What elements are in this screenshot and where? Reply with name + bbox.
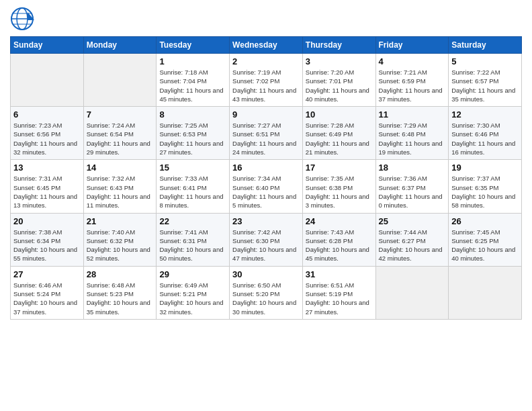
day-of-week-header: Wednesday: [230, 37, 303, 54]
calendar-table: SundayMondayTuesdayWednesdayThursdayFrid…: [10, 36, 522, 320]
calendar-day-cell: 9Sunrise: 7:27 AM Sunset: 6:51 PM Daylig…: [230, 107, 303, 160]
day-info: Sunrise: 6:46 AM Sunset: 5:24 PM Dayligh…: [13, 281, 81, 316]
calendar-week-row: 6Sunrise: 7:23 AM Sunset: 6:56 PM Daylig…: [11, 107, 522, 160]
day-number: 30: [232, 269, 300, 279]
day-of-week-header: Saturday: [449, 37, 522, 54]
day-number: 14: [87, 163, 154, 173]
calendar-day-cell: 18Sunrise: 7:36 AM Sunset: 6:37 PM Dayli…: [375, 160, 449, 213]
calendar-day-cell: 25Sunrise: 7:44 AM Sunset: 6:27 PM Dayli…: [375, 213, 449, 266]
day-info: Sunrise: 7:31 AM Sunset: 6:45 PM Dayligh…: [13, 174, 81, 210]
calendar-day-cell: [11, 54, 84, 107]
calendar-day-cell: 3Sunrise: 7:20 AM Sunset: 7:01 PM Daylig…: [302, 54, 375, 107]
calendar-day-cell: 5Sunrise: 7:22 AM Sunset: 6:57 PM Daylig…: [449, 54, 522, 107]
calendar-header-row: SundayMondayTuesdayWednesdayThursdayFrid…: [11, 37, 522, 54]
day-number: 17: [306, 163, 373, 173]
day-info: Sunrise: 7:24 AM Sunset: 6:54 PM Dayligh…: [87, 121, 154, 156]
day-info: Sunrise: 7:38 AM Sunset: 6:34 PM Dayligh…: [13, 228, 81, 263]
day-info: Sunrise: 7:19 AM Sunset: 7:02 PM Dayligh…: [232, 68, 300, 103]
calendar-day-cell: 27Sunrise: 6:46 AM Sunset: 5:24 PM Dayli…: [11, 266, 84, 319]
page: SundayMondayTuesdayWednesdayThursdayFrid…: [0, 0, 532, 411]
day-number: 2: [232, 56, 300, 66]
day-number: 25: [379, 216, 446, 226]
header: [10, 7, 522, 31]
day-number: 28: [87, 269, 154, 279]
calendar-day-cell: 6Sunrise: 7:23 AM Sunset: 6:56 PM Daylig…: [11, 107, 84, 160]
day-number: 23: [232, 216, 300, 226]
day-info: Sunrise: 7:43 AM Sunset: 6:28 PM Dayligh…: [306, 228, 373, 263]
day-number: 22: [159, 216, 226, 226]
day-of-week-header: Friday: [375, 37, 449, 54]
calendar-day-cell: [83, 54, 157, 107]
day-info: Sunrise: 7:32 AM Sunset: 6:43 PM Dayligh…: [87, 174, 154, 210]
calendar-day-cell: 8Sunrise: 7:25 AM Sunset: 6:53 PM Daylig…: [157, 107, 230, 160]
calendar-day-cell: 22Sunrise: 7:41 AM Sunset: 6:31 PM Dayli…: [157, 213, 230, 266]
day-number: 12: [451, 109, 519, 120]
calendar-week-row: 20Sunrise: 7:38 AM Sunset: 6:34 PM Dayli…: [11, 213, 522, 266]
calendar-day-cell: 31Sunrise: 6:51 AM Sunset: 5:19 PM Dayli…: [302, 266, 375, 319]
day-info: Sunrise: 7:35 AM Sunset: 6:38 PM Dayligh…: [306, 174, 373, 210]
day-info: Sunrise: 7:30 AM Sunset: 6:46 PM Dayligh…: [451, 121, 519, 156]
calendar-day-cell: 21Sunrise: 7:40 AM Sunset: 6:32 PM Dayli…: [83, 213, 157, 266]
day-info: Sunrise: 6:48 AM Sunset: 5:23 PM Dayligh…: [87, 281, 154, 316]
day-info: Sunrise: 7:42 AM Sunset: 6:30 PM Dayligh…: [232, 228, 300, 263]
calendar-day-cell: [375, 266, 449, 319]
day-info: Sunrise: 7:36 AM Sunset: 6:37 PM Dayligh…: [379, 174, 446, 210]
day-number: 15: [159, 163, 226, 173]
calendar-day-cell: 20Sunrise: 7:38 AM Sunset: 6:34 PM Dayli…: [11, 213, 84, 266]
day-number: 31: [306, 269, 373, 279]
day-of-week-header: Sunday: [11, 37, 84, 54]
day-number: 18: [379, 163, 446, 173]
calendar-week-row: 1Sunrise: 7:18 AM Sunset: 7:04 PM Daylig…: [11, 54, 522, 107]
day-number: 10: [306, 109, 373, 120]
day-info: Sunrise: 6:49 AM Sunset: 5:21 PM Dayligh…: [159, 281, 226, 316]
calendar-day-cell: 12Sunrise: 7:30 AM Sunset: 6:46 PM Dayli…: [449, 107, 522, 160]
day-info: Sunrise: 7:45 AM Sunset: 6:25 PM Dayligh…: [451, 228, 519, 263]
day-number: 16: [232, 163, 300, 173]
day-number: 3: [306, 56, 373, 66]
calendar-day-cell: 15Sunrise: 7:33 AM Sunset: 6:41 PM Dayli…: [157, 160, 230, 213]
calendar-day-cell: 17Sunrise: 7:35 AM Sunset: 6:38 PM Dayli…: [302, 160, 375, 213]
day-info: Sunrise: 7:37 AM Sunset: 6:35 PM Dayligh…: [451, 174, 519, 210]
calendar-day-cell: 4Sunrise: 7:21 AM Sunset: 6:59 PM Daylig…: [375, 54, 449, 107]
calendar-day-cell: 29Sunrise: 6:49 AM Sunset: 5:21 PM Dayli…: [157, 266, 230, 319]
day-info: Sunrise: 7:25 AM Sunset: 6:53 PM Dayligh…: [159, 121, 226, 156]
day-info: Sunrise: 7:18 AM Sunset: 7:04 PM Dayligh…: [159, 68, 226, 103]
calendar-day-cell: 28Sunrise: 6:48 AM Sunset: 5:23 PM Dayli…: [83, 266, 157, 319]
calendar-day-cell: 23Sunrise: 7:42 AM Sunset: 6:30 PM Dayli…: [230, 213, 303, 266]
day-number: 6: [13, 109, 81, 120]
day-number: 11: [379, 109, 446, 120]
calendar-day-cell: 11Sunrise: 7:29 AM Sunset: 6:48 PM Dayli…: [375, 107, 449, 160]
day-info: Sunrise: 7:44 AM Sunset: 6:27 PM Dayligh…: [379, 228, 446, 263]
day-number: 4: [379, 56, 446, 66]
day-number: 13: [13, 163, 81, 173]
calendar-week-row: 13Sunrise: 7:31 AM Sunset: 6:45 PM Dayli…: [11, 160, 522, 213]
calendar-day-cell: 1Sunrise: 7:18 AM Sunset: 7:04 PM Daylig…: [157, 54, 230, 107]
calendar-day-cell: [449, 266, 522, 319]
calendar-day-cell: 19Sunrise: 7:37 AM Sunset: 6:35 PM Dayli…: [449, 160, 522, 213]
day-info: Sunrise: 7:33 AM Sunset: 6:41 PM Dayligh…: [159, 174, 226, 210]
day-info: Sunrise: 7:27 AM Sunset: 6:51 PM Dayligh…: [232, 121, 300, 156]
calendar-day-cell: 14Sunrise: 7:32 AM Sunset: 6:43 PM Dayli…: [83, 160, 157, 213]
logo: [10, 7, 36, 31]
day-info: Sunrise: 7:21 AM Sunset: 6:59 PM Dayligh…: [379, 68, 446, 103]
day-number: 27: [13, 269, 81, 279]
day-number: 24: [306, 216, 373, 226]
day-number: 19: [451, 163, 519, 173]
day-info: Sunrise: 7:41 AM Sunset: 6:31 PM Dayligh…: [159, 228, 226, 263]
calendar-day-cell: 10Sunrise: 7:28 AM Sunset: 6:49 PM Dayli…: [302, 107, 375, 160]
day-number: 7: [87, 109, 154, 120]
day-of-week-header: Tuesday: [157, 37, 230, 54]
day-info: Sunrise: 7:34 AM Sunset: 6:40 PM Dayligh…: [232, 174, 300, 210]
day-info: Sunrise: 7:22 AM Sunset: 6:57 PM Dayligh…: [451, 68, 519, 103]
day-number: 20: [13, 216, 81, 226]
logo-globe-icon: [10, 7, 34, 31]
calendar-day-cell: 30Sunrise: 6:50 AM Sunset: 5:20 PM Dayli…: [230, 266, 303, 319]
day-number: 29: [159, 269, 226, 279]
day-info: Sunrise: 7:40 AM Sunset: 6:32 PM Dayligh…: [87, 228, 154, 263]
day-number: 5: [451, 56, 519, 66]
day-info: Sunrise: 6:50 AM Sunset: 5:20 PM Dayligh…: [232, 281, 300, 316]
day-of-week-header: Thursday: [302, 37, 375, 54]
day-info: Sunrise: 7:28 AM Sunset: 6:49 PM Dayligh…: [306, 121, 373, 156]
day-number: 8: [159, 109, 226, 120]
calendar-day-cell: 26Sunrise: 7:45 AM Sunset: 6:25 PM Dayli…: [449, 213, 522, 266]
